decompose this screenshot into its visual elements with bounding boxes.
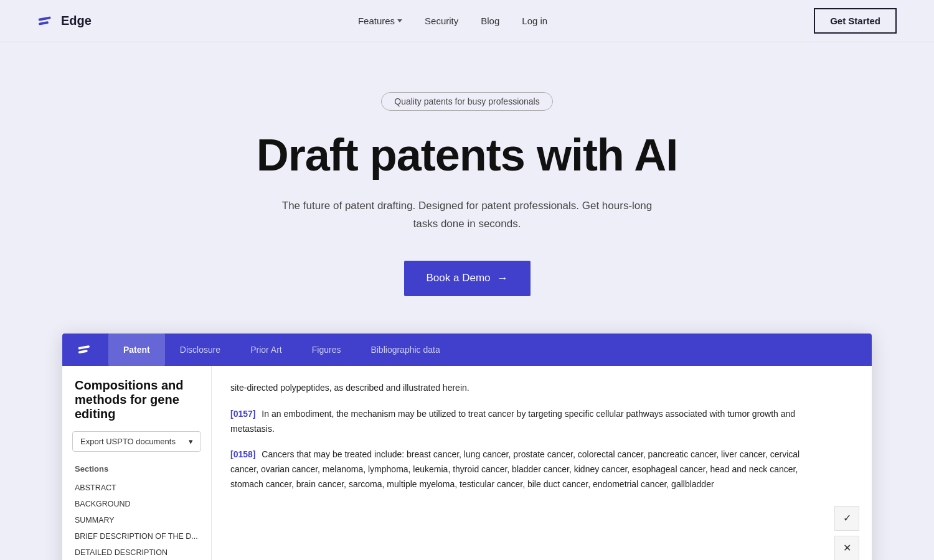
demo-content: site-directed polypeptides, as described… — [212, 366, 822, 560]
arrow-right-icon: → — [497, 272, 508, 285]
check-button[interactable]: ✓ — [834, 506, 859, 531]
brand-name: Edge — [61, 14, 92, 28]
demo-panel: Patent Disclosure Prior Art Figures Bibl… — [62, 334, 872, 560]
tab-bibliographic-data[interactable]: Bibliographic data — [356, 334, 455, 366]
navbar: Edge Features Security Blog Log in Get S… — [0, 0, 934, 42]
nav-center: Features Security Blog Log in — [358, 16, 547, 26]
book-demo-button[interactable]: Book a Demo → — [404, 261, 531, 296]
content-para1: [0157] In an embodiment, the mechanism m… — [230, 407, 803, 437]
get-started-button[interactable]: Get Started — [814, 8, 897, 34]
chevron-down-icon — [397, 19, 402, 22]
demo-sidebar: Compositions and methods for gene editin… — [62, 366, 212, 560]
demo-logo — [62, 342, 108, 358]
section-brief-description[interactable]: BRIEF DESCRIPTION OF THE D... — [62, 528, 211, 544]
close-button[interactable]: ✕ — [834, 536, 859, 560]
nav-right: Get Started — [814, 8, 897, 34]
sections-label: Sections — [62, 464, 211, 480]
demo-header: Patent Disclosure Prior Art Figures Bibl… — [62, 334, 872, 366]
svg-rect-2 — [78, 345, 90, 350]
nav-left: Edge — [37, 12, 92, 30]
nav-blog-link[interactable]: Blog — [481, 16, 499, 26]
hero-section: Quality patents for busy professionals D… — [0, 42, 934, 334]
demo-body: Compositions and methods for gene editin… — [62, 366, 872, 560]
tab-patent[interactable]: Patent — [108, 334, 165, 366]
hero-subtitle: The future of patent drafting. Designed … — [12, 197, 922, 233]
content-intro: site-directed polypeptides, as described… — [230, 381, 803, 396]
tab-figures[interactable]: Figures — [297, 334, 356, 366]
sidebar-title: Compositions and methods for gene editin… — [62, 378, 211, 431]
nav-security-link[interactable]: Security — [425, 16, 458, 26]
section-detailed-description[interactable]: DETAILED DESCRIPTION — [62, 544, 211, 560]
nav-features-link[interactable]: Features — [358, 16, 402, 26]
section-background[interactable]: BACKGROUND — [62, 496, 211, 512]
section-summary[interactable]: SUMMARY — [62, 512, 211, 528]
chevron-down-icon: ▾ — [189, 437, 193, 446]
logo-icon — [37, 12, 55, 30]
section-abstract[interactable]: ABSTRACT — [62, 480, 211, 496]
svg-rect-0 — [38, 16, 50, 21]
svg-rect-3 — [78, 350, 88, 353]
tab-prior-art[interactable]: Prior Art — [235, 334, 297, 366]
export-button[interactable]: Export USPTO documents ▾ — [72, 431, 201, 452]
svg-rect-1 — [39, 21, 49, 25]
hero-title: Draft patents with AI — [12, 131, 922, 180]
tab-disclosure[interactable]: Disclosure — [165, 334, 235, 366]
content-para2: [0158] Cancers that may be treated inclu… — [230, 447, 803, 492]
hero-badge: Quality patents for busy professionals — [381, 92, 552, 111]
nav-login-link[interactable]: Log in — [522, 16, 547, 26]
demo-actions: ✓ ✕ — [822, 366, 872, 560]
